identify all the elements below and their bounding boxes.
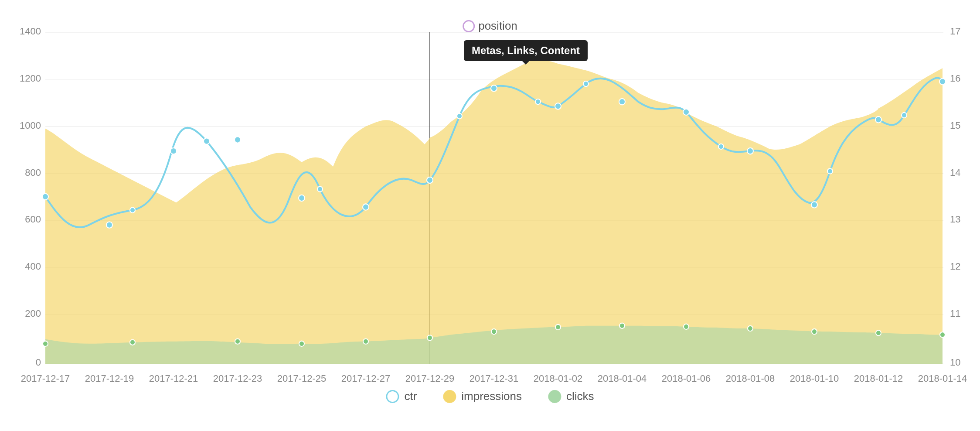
svg-point-62 <box>827 168 833 174</box>
ctr-legend-label: ctr <box>404 390 417 403</box>
svg-text:2017-12-21: 2017-12-21 <box>149 373 198 384</box>
impressions-legend-item: impressions <box>443 390 522 403</box>
svg-text:15: 15 <box>950 120 960 131</box>
svg-point-63 <box>902 113 907 118</box>
position-icon <box>463 20 475 32</box>
svg-point-65 <box>130 340 135 345</box>
svg-point-76 <box>876 330 881 335</box>
svg-text:2017-12-29: 2017-12-29 <box>405 373 454 384</box>
svg-point-59 <box>535 99 541 104</box>
svg-text:2017-12-25: 2017-12-25 <box>277 373 326 384</box>
svg-point-67 <box>299 341 304 346</box>
svg-point-74 <box>748 326 753 331</box>
svg-point-64 <box>43 341 48 346</box>
svg-point-57 <box>317 186 323 192</box>
svg-point-47 <box>427 177 433 183</box>
impressions-legend-label: impressions <box>461 390 522 403</box>
svg-point-68 <box>363 339 368 344</box>
svg-point-66 <box>235 339 240 344</box>
svg-point-58 <box>457 113 462 119</box>
svg-point-48 <box>491 85 497 91</box>
svg-point-54 <box>875 116 881 123</box>
svg-point-51 <box>683 109 689 115</box>
svg-text:2018-01-10: 2018-01-10 <box>790 373 839 384</box>
svg-point-56 <box>130 208 135 213</box>
impressions-area <box>45 59 943 364</box>
svg-text:2018-01-04: 2018-01-04 <box>598 373 647 384</box>
chart-tooltip: Metas, Links, Content <box>464 40 588 61</box>
svg-text:2017-12-17: 2017-12-17 <box>21 373 70 384</box>
svg-point-61 <box>718 144 724 149</box>
svg-text:2018-01-06: 2018-01-06 <box>662 373 711 384</box>
svg-text:2018-01-14: 2018-01-14 <box>918 373 967 384</box>
chart-svg: 1400 1200 1000 800 600 400 200 0 17 16 1… <box>45 32 943 364</box>
svg-text:2017-12-31: 2017-12-31 <box>470 373 518 384</box>
clicks-legend-label: clicks <box>566 390 594 403</box>
ctr-legend-icon <box>386 390 399 403</box>
svg-text:14: 14 <box>950 167 960 178</box>
svg-text:2017-12-23: 2017-12-23 <box>213 373 262 384</box>
svg-point-41 <box>106 222 112 228</box>
svg-text:2018-01-08: 2018-01-08 <box>726 373 775 384</box>
svg-text:2018-01-12: 2018-01-12 <box>854 373 903 384</box>
svg-text:17: 17 <box>950 26 960 37</box>
clicks-legend-icon <box>548 390 561 403</box>
svg-text:2018-01-02: 2018-01-02 <box>534 373 582 384</box>
svg-text:2017-12-19: 2017-12-19 <box>85 373 134 384</box>
svg-text:10: 10 <box>950 357 960 368</box>
svg-text:1200: 1200 <box>20 73 41 84</box>
svg-point-42 <box>170 148 177 154</box>
position-label: position <box>478 19 517 33</box>
svg-point-72 <box>619 323 625 328</box>
svg-point-52 <box>747 148 753 154</box>
svg-point-70 <box>491 329 497 334</box>
svg-text:400: 400 <box>25 261 41 272</box>
svg-text:16: 16 <box>950 73 960 84</box>
svg-text:2017-12-27: 2017-12-27 <box>341 373 390 384</box>
svg-text:0: 0 <box>36 357 41 368</box>
svg-point-53 <box>811 202 817 208</box>
svg-text:200: 200 <box>25 308 41 319</box>
svg-point-69 <box>427 335 432 340</box>
svg-point-55 <box>939 79 946 85</box>
svg-point-45 <box>299 195 305 201</box>
chart-legend: ctr impressions clicks <box>386 390 594 403</box>
svg-point-46 <box>363 204 369 210</box>
svg-text:11: 11 <box>950 308 960 319</box>
chart-container: position Metas, Links, Content 1400 1200… <box>10 15 970 416</box>
svg-point-73 <box>684 324 689 329</box>
svg-text:12: 12 <box>950 261 960 272</box>
ctr-legend-item: ctr <box>386 390 417 403</box>
svg-point-50 <box>619 99 625 105</box>
svg-point-40 <box>42 194 48 200</box>
svg-point-71 <box>555 325 561 330</box>
svg-point-49 <box>555 103 561 109</box>
clicks-legend-item: clicks <box>548 390 594 403</box>
position-legend: position <box>463 19 517 33</box>
svg-point-60 <box>583 81 589 86</box>
svg-text:1000: 1000 <box>20 120 41 131</box>
svg-text:600: 600 <box>25 214 41 225</box>
svg-text:800: 800 <box>25 167 41 178</box>
svg-point-75 <box>812 329 817 334</box>
svg-text:1400: 1400 <box>20 26 41 37</box>
impressions-legend-icon <box>443 390 456 403</box>
svg-point-44 <box>235 137 241 143</box>
svg-text:13: 13 <box>950 214 960 225</box>
svg-point-43 <box>204 138 210 144</box>
svg-point-77 <box>940 332 945 337</box>
